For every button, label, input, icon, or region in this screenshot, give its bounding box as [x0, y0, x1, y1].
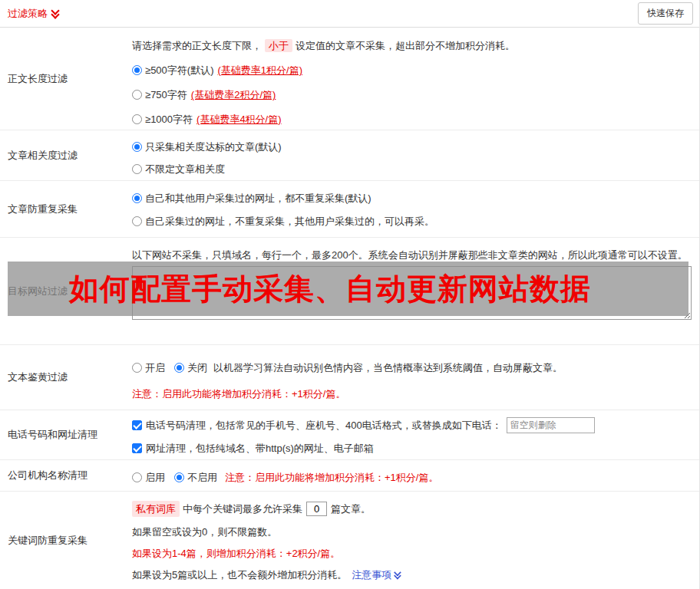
section-collapse-toggle[interactable]: 过滤策略 [8, 7, 59, 21]
row-content-dedup: 自己和其他用户采集过的网址，都不重复采集(默认) 自己采集过的网址，不重复采集，… [132, 181, 699, 237]
radio-option-porn-on[interactable]: 开启 [132, 360, 165, 375]
radio-option-porn-off[interactable]: 关闭 [174, 360, 207, 375]
row-keyword-dedup: 关键词防重复采集 私有词库 中每个关键词最多允许采集 篇文章。 如果留空或设为0… [0, 492, 699, 589]
radio-option-dedup-self[interactable]: 自己采集过的网址，不重复采集，其他用户采集过的，可以再采。 [132, 214, 692, 229]
company-warning: 注意：启用此功能将增加积分消耗：+1积分/篇。 [225, 470, 438, 485]
radio-option-company-on[interactable]: 启用 [132, 470, 165, 485]
radio-icon [132, 65, 142, 75]
row-label-porn: 文本鉴黄过滤 [0, 345, 132, 410]
replacement-phone-input[interactable] [507, 417, 595, 433]
radio-option-relevance-strict[interactable]: 只采集相关度达标的文章(默认) [132, 140, 692, 154]
keyword-line2: 如果留空或设为0，则不限篇数。 [132, 525, 692, 539]
radio-icon [132, 164, 142, 174]
row-content-keyword: 私有词库 中每个关键词最多允许采集 篇文章。 如果留空或设为0，则不限篇数。 如… [132, 492, 699, 589]
row-label-keyword: 关键词防重复采集 [0, 492, 132, 589]
topbar: 过滤策略 快速保存 [0, 0, 699, 28]
radio-label: 自己和其他用户采集过的网址，都不重复采集(默认) [145, 191, 371, 206]
radio-label: 不限定文章相关度 [145, 162, 225, 176]
radio-icon [174, 363, 184, 373]
radio-label: 不启用 [187, 470, 217, 485]
url-clean-option[interactable]: 网址清理，包括纯域名、带http(s)的网址、电子邮箱 [132, 439, 692, 456]
porn-desc: 以机器学习算法自动识别色情内容，当色情概率达到系统阈值，自动屏蔽文章。 [213, 360, 563, 375]
filter-strategy-page: 过滤策略 快速保存 正文长度过滤 请选择需求的正文长度下限，小于设定值的文章不采… [0, 0, 700, 589]
radio-label: 只采集相关度达标的文章(默认) [145, 140, 282, 154]
radio-label: ≥750字符 [145, 87, 187, 102]
row-content-relevance: 只采集相关度达标的文章(默认) 不限定文章相关度 [132, 130, 699, 180]
radio-icon [132, 193, 142, 203]
checkbox-icon [132, 443, 142, 453]
radio-option-dedup-global[interactable]: 自己和其他用户采集过的网址，都不重复采集(默认) [132, 191, 692, 206]
length-desc: 请选择需求的正文长度下限，小于设定值的文章不采集，超出部分不增加积分消耗。 [132, 38, 692, 53]
max-articles-input[interactable] [306, 502, 327, 516]
row-label-relevance: 文章相关度过滤 [0, 130, 132, 180]
fee-note: (基础费率2积分/篇) [191, 87, 276, 102]
radio-icon [132, 216, 142, 226]
length-desc-post: 设定值的文章不采集，超出部分不增加积分消耗。 [296, 40, 515, 51]
keyword-line1-end: 篇文章。 [331, 502, 371, 516]
notice-link-label: 注意事项 [352, 568, 391, 582]
radio-option-500[interactable]: ≥500字符(默认) (基础费率1积分/篇) [132, 63, 692, 77]
row-phone-url-clean: 电话号码和网址清理 电话号码清理，包括常见的手机号、座机号、400电话格式，或替… [0, 410, 699, 460]
keyword-line4: 如果设为5篇或以上，也不会额外增加积分消耗。 [132, 568, 347, 582]
radio-label: 启用 [145, 470, 165, 485]
radio-label: 关闭 [187, 360, 207, 375]
row-content-company: 启用 不启用 注意：启用此功能将增加积分消耗：+1积分/篇。 [132, 460, 699, 491]
row-company-clean: 公司机构名称清理 启用 不启用 注意：启用此功能将增加积分消耗：+1积分/篇。 [0, 460, 699, 492]
notice-link[interactable]: 注意事项 [352, 568, 401, 582]
row-label-phone-url: 电话号码和网址清理 [0, 410, 132, 459]
row-label-length: 正文长度过滤 [0, 28, 132, 130]
quick-save-button[interactable]: 快速保存 [638, 2, 693, 25]
row-label-dedup: 文章防重复采集 [0, 181, 132, 237]
radio-label: ≥1000字符 [145, 112, 193, 127]
keyword-line3: 如果设为1-4篇，则增加积分消耗：+2积分/篇。 [132, 546, 692, 561]
row-relevance-filter: 文章相关度过滤 只采集相关度达标的文章(默认) 不限定文章相关度 [0, 130, 699, 181]
phone-clean-option[interactable]: 电话号码清理，包括常见的手机号、座机号、400电话格式，或替换成如下电话： [132, 416, 692, 433]
radio-icon [174, 472, 184, 482]
checkbox-icon [132, 420, 142, 430]
radio-label: 自己采集过的网址，不重复采集，其他用户采集过的，可以再采。 [145, 214, 434, 229]
row-content-phone-url: 电话号码清理，包括常见的手机号、座机号、400电话格式，或替换成如下电话： 网址… [132, 410, 699, 459]
checkbox-label: 网址清理，包括纯域名、带http(s)的网址、电子邮箱 [146, 441, 374, 456]
radio-icon [132, 472, 142, 482]
row-dedup-collect: 文章防重复采集 自己和其他用户采集过的网址，都不重复采集(默认) 自己采集过的网… [0, 181, 699, 238]
radio-icon [132, 114, 142, 124]
row-label-company: 公司机构名称清理 [0, 460, 132, 491]
page-title: 过滤策略 [8, 7, 48, 21]
radio-option-1000[interactable]: ≥1000字符 (基础费率4积分/篇) [132, 112, 692, 127]
radio-icon [132, 142, 142, 152]
row-content-length: 请选择需求的正文长度下限，小于设定值的文章不采集，超出部分不增加积分消耗。 ≥5… [132, 28, 699, 130]
radio-option-relevance-any[interactable]: 不限定文章相关度 [132, 162, 692, 176]
radio-label: ≥500字符(默认) [145, 63, 213, 77]
length-desc-pre: 请选择需求的正文长度下限， [132, 40, 262, 51]
row-porn-filter: 文本鉴黄过滤 开启 关闭 以机器学习算法自动识别色情内容，当色情概率达到系统阈值… [0, 345, 699, 410]
radio-icon [132, 90, 142, 100]
radio-option-company-off[interactable]: 不启用 [174, 470, 217, 485]
row-content-porn: 开启 关闭 以机器学习算法自动识别色情内容，当色情概率达到系统阈值，自动屏蔽文章… [132, 345, 699, 410]
tutorial-banner-text: 如何配置手动采集、自动更新网站数据 [8, 268, 591, 310]
checkbox-label: 电话号码清理，包括常见的手机号、座机号、400电话格式，或替换成如下电话： [146, 418, 502, 433]
radio-option-750[interactable]: ≥750字符 (基础费率2积分/篇) [132, 87, 692, 102]
private-thesaurus-tag: 私有词库 [132, 501, 180, 517]
double-chevron-down-icon [51, 8, 59, 18]
row-length-filter: 正文长度过滤 请选择需求的正文长度下限，小于设定值的文章不采集，超出部分不增加积… [0, 28, 699, 130]
less-than-tag: 小于 [265, 39, 292, 52]
fee-note: (基础费率4积分/篇) [196, 112, 282, 127]
tutorial-banner-overlay[interactable]: 如何配置手动采集、自动更新网站数据 [8, 262, 688, 316]
keyword-line1-mid: 中每个关键词最多允许采集 [183, 502, 302, 516]
double-chevron-down-icon [394, 571, 401, 579]
fee-note: (基础费率1积分/篇) [217, 63, 302, 77]
radio-label: 开启 [145, 360, 165, 375]
porn-warning: 注意：启用此功能将增加积分消耗：+1积分/篇。 [132, 387, 692, 401]
radio-icon [132, 363, 142, 373]
